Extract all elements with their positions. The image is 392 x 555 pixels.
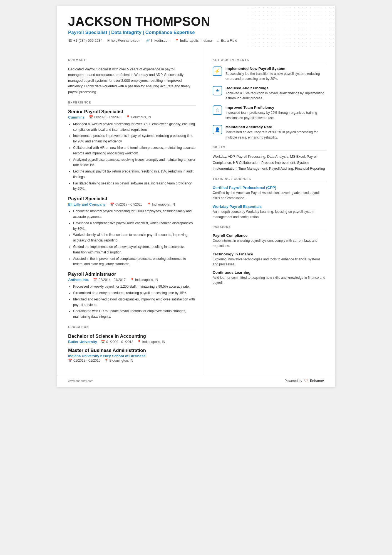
job-dates-1: 📅 08/2020 - 09/2023 [89, 115, 121, 119]
job-location-2: 📍 Indianapolis, IN [147, 203, 175, 206]
bullet-2-4: Guided the implementation of a new payro… [73, 244, 196, 255]
job-location-3: 📍 Indianapolis, IN [130, 278, 158, 282]
email-text: help@enhancv.com [111, 39, 142, 43]
location-icon: 📍 [175, 39, 179, 43]
edu-location-2: 📍 Bloomington, IN [104, 359, 133, 362]
passion-item-1: Payroll Compliance Deep interest in ensu… [213, 233, 327, 248]
bullet-1-1: Managed bi-weekly payroll processing for… [73, 122, 196, 133]
star-outline-icon: ☆ [215, 107, 219, 113]
contact-email: ✉ help@enhancv.com [107, 39, 142, 43]
job-bullets-2: Conducted monthly payroll processing for… [68, 209, 196, 267]
calendar-icon-1: 📅 [89, 115, 93, 119]
edu-dates-1: 📅 01/2009 - 01/2013 [101, 340, 133, 344]
achievement-title-2: Reduced Audit Findings [225, 86, 327, 90]
edu-entry-2: Master of Business Administration Indian… [68, 348, 196, 362]
calendar-icon-3: 📅 [93, 278, 97, 282]
training-section-title: TRAINING / COURSES [213, 177, 327, 182]
resume-container: JACKSON THOMPSON Payroll Specialist | Da… [57, 6, 335, 387]
job-location-1: 📍 Columbus, IN [126, 115, 151, 119]
phone-icon: ☎ [68, 39, 72, 43]
pin-edu-icon-2: 📍 [104, 359, 108, 362]
location-text: Indianapolis, Indiana [180, 39, 212, 43]
bullet-3-2: Streamlined data entry procedures, reduc… [73, 290, 196, 296]
pin-edu-icon-1: 📍 [137, 340, 141, 344]
linkedin-text: linkedin.com [151, 39, 170, 43]
powered-by-text: Powered by [285, 379, 302, 383]
achievement-content-3: Improved Team Proficiency Increased team… [225, 105, 327, 120]
header-section: JACKSON THOMPSON Payroll Specialist | Da… [57, 6, 335, 47]
edu-school-2: Indiana University Kelley School of Busi… [68, 354, 145, 358]
training-desc-2: An in-depth course by Workday Learning, … [213, 209, 327, 219]
edu-entry-1: Bachelor of Science in Accounting Butler… [68, 334, 196, 344]
job-dates-2: 📅 05/2017 - 07/2020 [110, 203, 142, 206]
achievement-title-1: Implemented New Payroll System [225, 66, 327, 71]
candidate-name: JACKSON THOMPSON [68, 14, 324, 29]
edu-school-1: Butler University [68, 340, 97, 344]
edu-degree-1: Bachelor of Science in Accounting [68, 334, 196, 339]
bullet-2-2: Developed a comprehensive payroll audit … [73, 221, 196, 232]
achievement-icon-1: ⚡ [213, 66, 222, 76]
achievement-content-1: Implemented New Payroll System Successfu… [225, 66, 327, 82]
training-title-1: Certified Payroll Professional (CPP) [213, 186, 327, 190]
contact-extra: ☆ Extra Field [217, 39, 237, 43]
achievement-item-4: 👤 Maintained Accuracy Rate Maintained an… [213, 125, 327, 140]
passion-item-2: Technology in Finance Exploring innovati… [213, 252, 327, 267]
bullet-1-4: Analyzed payroll discrepancies, resolvin… [73, 157, 196, 168]
pin-icon-3: 📍 [130, 278, 134, 282]
person-icon: 👤 [215, 127, 220, 132]
edu-meta-2b: 📅 01/2013 - 01/2015 📍 Bloomington, IN [68, 359, 196, 362]
achievement-desc-4: Maintained an accuracy rate of 99.5% in … [225, 130, 327, 140]
bullet-1-5: Led the annual payroll tax return prepar… [73, 169, 196, 180]
job-entry-2: Payroll Specialist Eli Lilly and Company… [68, 196, 196, 267]
job-title-3: Payroll Administrator [68, 272, 196, 277]
achievement-title-3: Improved Team Proficiency [225, 105, 327, 110]
job-entry-1: Senior Payroll Specialist Cummins 📅 08/2… [68, 109, 196, 192]
edu-degree-2: Master of Business Administration [68, 348, 196, 353]
star-icon: ☆ [217, 39, 220, 43]
training-item-1: Certified Payroll Professional (CPP) Cer… [213, 186, 327, 201]
enhancv-heart-icon: ♡ [304, 378, 308, 384]
calendar-edu-icon-1: 📅 [101, 340, 105, 344]
linkedin-icon: 🔗 [146, 39, 150, 43]
achievement-desc-2: Achieved a 15% reduction in payroll audi… [225, 91, 327, 101]
calendar-icon-2: 📅 [110, 203, 114, 206]
contact-location: 📍 Indianapolis, Indiana [175, 39, 212, 43]
right-column: KEY ACHIEVEMENTS ⚡ Implemented New Payro… [204, 47, 335, 375]
training-title-2: Workday Payroll Essentials [213, 204, 327, 209]
passion-desc-2: Exploring innovative technologies and to… [213, 257, 327, 267]
contact-bar: ☎ +1-(234)-555-1234 ✉ help@enhancv.com 🔗… [68, 39, 324, 43]
footer-logo: Powered by ♡ Enhancv [285, 378, 324, 384]
footer-website: www.enhancv.com [68, 379, 93, 383]
passion-item-3: Continuous Learning Avid learner committ… [213, 270, 327, 285]
calendar-edu-icon-2: 📅 [68, 359, 72, 362]
achievement-item-2: ★ Reduced Audit Findings Achieved a 15% … [213, 86, 327, 101]
bullet-2-5: Assisted in the improvement of complianc… [73, 256, 196, 267]
summary-text: Dedicated Payroll Specialist with over 5… [68, 66, 196, 95]
achievement-content-2: Reduced Audit Findings Achieved a 15% re… [225, 86, 327, 101]
achievement-desc-1: Successfully led the transition to a new… [225, 71, 327, 82]
job-bullets-3: Processed bi-weekly payroll for 1,200 st… [68, 284, 196, 320]
pin-icon-2: 📍 [147, 203, 151, 206]
star-filled-icon: ★ [215, 88, 219, 93]
email-icon: ✉ [107, 39, 110, 43]
achievement-icon-2: ★ [213, 86, 222, 95]
pin-icon-1: 📍 [126, 115, 130, 119]
job-meta-2: Eli Lilly and Company 📅 05/2017 - 07/202… [68, 202, 196, 206]
skills-text: Workday, ADP, Payroll Processing, Data A… [213, 154, 327, 172]
passion-title-3: Continuous Learning [213, 270, 327, 275]
edu-location-1: 📍 Indianapolis, IN [137, 340, 165, 344]
job-company-1: Cummins [68, 115, 85, 119]
footer: www.enhancv.com Powered by ♡ Enhancv [57, 375, 335, 387]
achievement-title-4: Maintained Accuracy Rate [225, 125, 327, 129]
bullet-3-4: Coordinated with HR to update payroll re… [73, 309, 196, 320]
job-dates-3: 📅 02/2014 - 04/2017 [93, 278, 125, 282]
edu-meta-2: Indiana University Kelley School of Busi… [68, 354, 196, 358]
summary-section-title: SUMMARY [68, 58, 196, 63]
job-title-2: Payroll Specialist [68, 196, 196, 202]
achievement-icon-3: ☆ [213, 105, 222, 115]
edu-meta-1: Butler University 📅 01/2009 - 01/2013 📍 … [68, 340, 196, 344]
achievement-icon-4: 👤 [213, 125, 222, 134]
achievement-item-3: ☆ Improved Team Proficiency Increased te… [213, 105, 327, 120]
extra-text: Extra Field [221, 39, 237, 43]
job-company-2: Eli Lilly and Company [68, 202, 106, 206]
